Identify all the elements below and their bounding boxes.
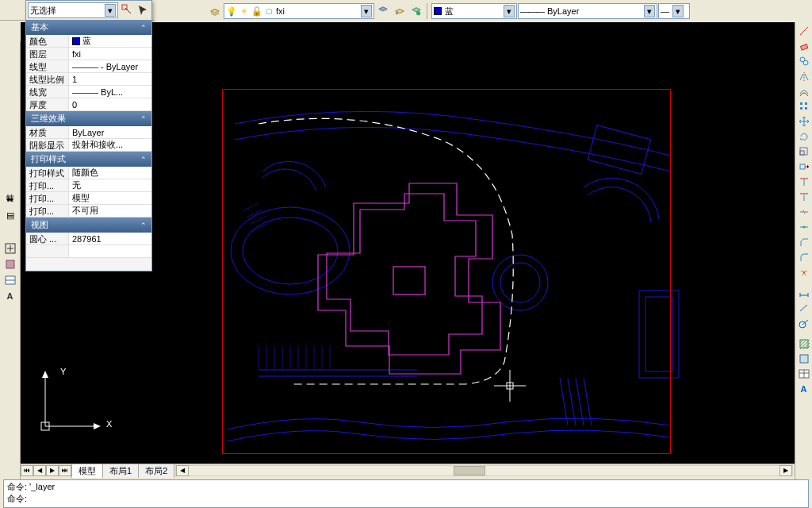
- move-tool[interactable]: [797, 114, 811, 129]
- tab-layout2[interactable]: 布局2: [138, 464, 174, 478]
- dim-radius-button[interactable]: [797, 316, 811, 330]
- layer-combo[interactable]: 💡☀🔓▢ fxi ▾: [224, 3, 374, 19]
- selection-combo[interactable]: 无选择 ▾: [28, 2, 118, 18]
- prop-lineweight[interactable]: ——— ByL...: [69, 86, 151, 98]
- scale-tool[interactable]: [797, 144, 811, 159]
- tab-model[interactable]: 模型: [71, 464, 103, 478]
- svg-rect-63: [800, 340, 808, 348]
- draw-line-button[interactable]: [797, 24, 811, 38]
- svg-point-55: [802, 226, 805, 229]
- prop-shadow[interactable]: 投射和接收...: [69, 139, 151, 151]
- section-3d: 材质ByLayer 阴影显示投射和接收...: [26, 126, 151, 152]
- svg-rect-46: [805, 107, 807, 110]
- properties-panel: 无选择 ▾ 基本⌃ 颜色蓝 图层fxi 线型——— - ByLayer 线型比例…: [25, 0, 152, 271]
- chevron-down-icon[interactable]: ▾: [361, 5, 372, 17]
- layout-tabs-bar: ⏮ ◀ ▶ ⏭ 模型 布局1 布局2 ◀ ▶: [21, 464, 795, 476]
- hscroll-thumb[interactable]: [454, 466, 485, 475]
- prop-ltscale[interactable]: 1: [69, 73, 151, 85]
- palette-autohide-button[interactable]: ⬌: [2, 192, 18, 206]
- svg-rect-47: [800, 151, 804, 155]
- wcs-icon[interactable]: [2, 241, 18, 256]
- chevron-down-icon[interactable]: ▾: [672, 5, 684, 17]
- chamfer-tool[interactable]: [797, 235, 811, 249]
- prop-linetype[interactable]: ——— - ByLayer: [69, 60, 151, 72]
- command-history-line: 命令: '_layer: [7, 481, 805, 493]
- layer-props-button[interactable]: [207, 3, 223, 19]
- layer-states-button[interactable]: [408, 3, 424, 19]
- trim-tool[interactable]: [797, 175, 811, 189]
- prop-material[interactable]: ByLayer: [69, 126, 151, 138]
- svg-rect-43: [800, 102, 802, 105]
- tab-layout1[interactable]: 布局1: [102, 464, 139, 478]
- toolbar-row-2: 💡☀🔓▢ fxi ▾ 蓝 ▾ ——— ByLayer ▾ — ▾: [154, 2, 812, 21]
- explode-tool[interactable]: [797, 265, 811, 279]
- chevron-down-icon[interactable]: ▾: [504, 5, 515, 17]
- linetype-combo[interactable]: ——— ByLayer ▾: [518, 3, 657, 19]
- section-print: 打印样式随颜色 打印...无 打印...模型 打印...不可用: [26, 167, 151, 217]
- text-tool[interactable]: A: [2, 289, 18, 303]
- stretch-tool[interactable]: [797, 160, 811, 174]
- chevron-down-icon[interactable]: ▾: [644, 5, 655, 17]
- section-print-header[interactable]: 打印样式⌃: [26, 152, 151, 167]
- break-tool[interactable]: [797, 205, 811, 219]
- collapse-icon: ⌃: [140, 115, 147, 123]
- pickadd-button[interactable]: [136, 2, 150, 17]
- section-view-header[interactable]: 视图⌃: [26, 217, 151, 233]
- rotate-tool[interactable]: [797, 129, 811, 144]
- svg-marker-91: [42, 371, 48, 378]
- tab-last-button[interactable]: ⏭: [59, 465, 71, 476]
- section-3d-header[interactable]: 三维效果⌃: [26, 111, 151, 126]
- chevron-down-icon[interactable]: ▾: [105, 4, 116, 17]
- block-tool[interactable]: [2, 257, 18, 271]
- extend-tool[interactable]: [797, 190, 811, 204]
- prop-center[interactable]: 287961: [69, 233, 151, 244]
- erase-button[interactable]: [797, 39, 811, 53]
- quick-select-button[interactable]: [120, 2, 134, 17]
- viewport-border: [222, 89, 671, 454]
- mirror-tool[interactable]: [797, 69, 811, 83]
- section-basic: 颜色蓝 图层fxi 线型——— - ByLayer 线型比例1 线宽——— By…: [26, 35, 151, 111]
- array-tool[interactable]: [797, 99, 811, 114]
- svg-point-32: [416, 11, 420, 15]
- right-tool-palette: A: [795, 22, 812, 479]
- mtext-button[interactable]: A: [797, 382, 811, 396]
- hscroll-left-button[interactable]: ◀: [176, 465, 189, 476]
- hscroll-track[interactable]: ◀ ▶: [175, 465, 793, 476]
- palette-menu-button[interactable]: ▤: [2, 208, 18, 222]
- layer-prev-button[interactable]: [392, 3, 408, 19]
- svg-line-38: [800, 27, 808, 35]
- table-button[interactable]: [797, 367, 811, 381]
- svg-rect-39: [800, 44, 807, 50]
- color-combo-text: 蓝: [445, 6, 500, 17]
- svg-rect-64: [800, 355, 808, 363]
- offset-tool[interactable]: [797, 84, 811, 98]
- section-basic-header[interactable]: 基本⌃: [26, 20, 151, 35]
- dim-linear-button[interactable]: [797, 286, 811, 300]
- tab-next-button[interactable]: ▶: [46, 465, 59, 476]
- prop-plotstyle[interactable]: 随颜色: [69, 167, 151, 179]
- lineweight-combo[interactable]: — ▾: [658, 3, 690, 19]
- collapse-icon: ⌃: [140, 221, 147, 229]
- svg-rect-44: [805, 102, 807, 105]
- table-tool[interactable]: [2, 273, 18, 287]
- svg-marker-93: [94, 423, 101, 429]
- command-line[interactable]: 命令: '_layer 命令:: [3, 479, 809, 508]
- tab-prev-button[interactable]: ◀: [33, 465, 46, 476]
- join-tool[interactable]: [797, 220, 811, 234]
- prop-thickness[interactable]: 0: [69, 98, 151, 110]
- copy-tool[interactable]: [797, 54, 811, 68]
- prop-color[interactable]: 蓝: [69, 35, 151, 47]
- fillet-tool[interactable]: [797, 250, 811, 264]
- svg-point-56: [803, 271, 805, 273]
- region-button[interactable]: [797, 352, 811, 366]
- hatch-button[interactable]: [797, 337, 811, 351]
- prop-layer[interactable]: fxi: [69, 48, 151, 60]
- ucs-icon: Y X: [33, 367, 105, 440]
- tab-first-button[interactable]: ⏮: [21, 465, 33, 476]
- color-combo[interactable]: 蓝 ▾: [431, 3, 517, 19]
- dim-aligned-button[interactable]: [797, 301, 811, 315]
- section-view: 圆心 ...287961: [26, 233, 151, 258]
- hscroll-right-button[interactable]: ▶: [779, 465, 792, 476]
- svg-rect-49: [800, 164, 805, 169]
- layer-match-button[interactable]: [375, 3, 391, 19]
